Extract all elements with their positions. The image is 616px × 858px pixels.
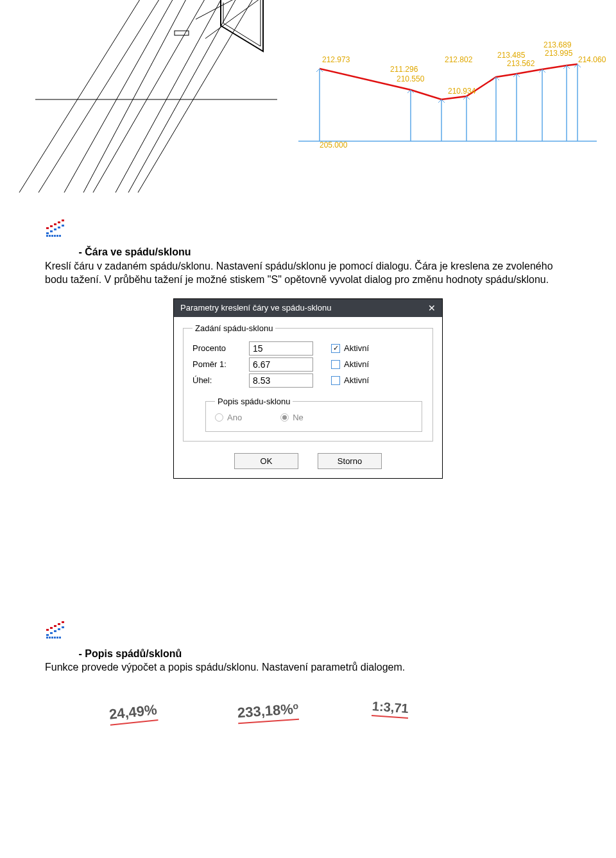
svg-rect-43 bbox=[51, 637, 53, 639]
reference-label: 205.000 bbox=[320, 141, 348, 150]
svg-rect-27 bbox=[51, 235, 53, 237]
section-icon-2 bbox=[45, 620, 571, 642]
section2-heading: - Popis spádů/sklonů bbox=[78, 648, 182, 659]
checkbox-pomer[interactable] bbox=[331, 360, 340, 369]
elevation-label: 212.973 bbox=[322, 55, 350, 64]
svg-line-0 bbox=[19, 0, 148, 193]
fieldset-zadani: Zadání spádu-sklonu Procento 15 ✓ Aktivn… bbox=[183, 323, 433, 442]
elevation-label: 214.060 bbox=[578, 55, 606, 64]
slope-annotation-examples: 24,49% 233,18%o 1:3,71 bbox=[45, 687, 571, 739]
checkbox-procento[interactable]: ✓ bbox=[331, 344, 340, 353]
svg-line-3 bbox=[83, 0, 193, 193]
slope-label-ratio: 1:3,71 bbox=[372, 699, 409, 716]
svg-rect-42 bbox=[49, 637, 51, 639]
svg-line-1 bbox=[38, 0, 167, 193]
svg-line-5 bbox=[116, 0, 228, 193]
active-label-0: Aktivní bbox=[344, 343, 369, 353]
svg-rect-50 bbox=[58, 628, 60, 630]
svg-rect-47 bbox=[46, 634, 49, 636]
section1-text: Kreslí čáru v zadaném spádu/sklonu. Nast… bbox=[45, 261, 553, 286]
row-procento: Procento 15 ✓ Aktivní bbox=[193, 341, 424, 356]
elevation-label: 213.485 bbox=[497, 51, 526, 60]
row-pomer: Poměr 1: 6.67 Aktivní bbox=[193, 357, 424, 372]
cross-section-figure: 205.000 bbox=[0, 0, 616, 193]
svg-rect-31 bbox=[46, 232, 49, 234]
inner-fieldset-label: Popis spádu-sklonu bbox=[215, 397, 293, 406]
svg-rect-26 bbox=[49, 235, 51, 237]
elevation-label: 213.562 bbox=[507, 59, 535, 68]
svg-rect-35 bbox=[62, 225, 64, 227]
close-icon[interactable]: ✕ bbox=[428, 303, 436, 313]
section1-paragraph: - Čára ve spádu/sklonu Kreslí čáru v zad… bbox=[45, 245, 571, 287]
svg-rect-8 bbox=[175, 31, 189, 35]
section1-heading: - Čára ve spádu/sklonu bbox=[78, 246, 191, 257]
svg-rect-33 bbox=[54, 228, 56, 230]
radio-ne[interactable]: Ne bbox=[280, 413, 304, 422]
svg-rect-38 bbox=[54, 625, 56, 627]
row-uhel: Úhel: 8.53 Aktivní bbox=[193, 373, 424, 388]
svg-rect-41 bbox=[46, 637, 48, 639]
svg-rect-36 bbox=[46, 629, 49, 631]
elevation-label: 211.296 bbox=[390, 65, 418, 74]
active-label-1: Aktivní bbox=[344, 359, 369, 369]
elevation-label: 213.995 bbox=[545, 49, 573, 58]
input-uhel[interactable]: 8.53 bbox=[249, 373, 313, 388]
fieldset-label: Zadání spádu-sklonu bbox=[193, 323, 275, 333]
input-pomer[interactable]: 6.67 bbox=[249, 357, 313, 372]
fieldset-popis: Popis spádu-sklonu Ano Ne bbox=[205, 397, 422, 432]
svg-rect-20 bbox=[46, 227, 49, 229]
dialog-titlebar[interactable]: Parametry kreslení čáry ve spádu-sklonu … bbox=[174, 299, 442, 317]
label-uhel: Úhel: bbox=[193, 375, 244, 385]
svg-rect-24 bbox=[62, 219, 64, 221]
section-popis-spadu: - Popis spádů/sklonů Funkce provede výpo… bbox=[0, 620, 616, 674]
svg-rect-22 bbox=[54, 223, 56, 225]
active-label-2: Aktivní bbox=[344, 375, 369, 385]
svg-rect-48 bbox=[50, 632, 53, 634]
cross-section-svg: 205.000 bbox=[0, 0, 616, 193]
svg-rect-49 bbox=[54, 630, 56, 632]
label-procento: Procento bbox=[193, 343, 244, 353]
section-icon bbox=[45, 218, 571, 240]
slope-parameters-dialog: Parametry kreslení čáry ve spádu-sklonu … bbox=[173, 298, 443, 479]
elevation-label: 210.550 bbox=[397, 74, 425, 83]
elevation-label: 210.934 bbox=[448, 87, 476, 96]
dialog-title-text: Parametry kreslení čáry ve spádu-sklonu bbox=[180, 303, 332, 313]
svg-rect-21 bbox=[50, 225, 53, 227]
svg-rect-44 bbox=[54, 637, 56, 639]
svg-line-2 bbox=[64, 0, 180, 193]
svg-line-4 bbox=[93, 0, 212, 193]
section2-paragraph: - Popis spádů/sklonů Funkce provede výpo… bbox=[45, 647, 571, 674]
section-cara-ve-spadu: - Čára ve spádu/sklonu Kreslí čáru v zad… bbox=[0, 218, 616, 479]
svg-rect-34 bbox=[58, 227, 60, 228]
slope-label-percent: 24,49% bbox=[108, 701, 158, 723]
section2-text: Funkce provede výpočet a popis spádu/skl… bbox=[45, 662, 405, 673]
checkbox-uhel[interactable] bbox=[331, 376, 340, 385]
svg-rect-25 bbox=[46, 235, 48, 237]
svg-rect-45 bbox=[56, 637, 58, 639]
cancel-button[interactable]: Storno bbox=[318, 453, 382, 469]
svg-rect-51 bbox=[62, 626, 64, 628]
svg-rect-29 bbox=[56, 235, 58, 237]
svg-rect-32 bbox=[50, 230, 53, 232]
slope-label-permille: 233,18%o bbox=[237, 701, 299, 722]
svg-rect-37 bbox=[50, 627, 53, 629]
radio-ano[interactable]: Ano bbox=[215, 413, 242, 422]
svg-rect-23 bbox=[58, 221, 60, 223]
svg-rect-30 bbox=[59, 235, 61, 237]
svg-rect-39 bbox=[58, 623, 60, 625]
ok-button[interactable]: OK bbox=[234, 453, 298, 469]
label-pomer: Poměr 1: bbox=[193, 359, 244, 369]
svg-rect-46 bbox=[59, 637, 61, 639]
svg-rect-40 bbox=[62, 621, 64, 623]
elevation-label: 213.689 bbox=[543, 40, 572, 49]
elevation-label: 212.802 bbox=[445, 55, 473, 64]
svg-rect-28 bbox=[54, 235, 56, 237]
input-procento[interactable]: 15 bbox=[249, 341, 313, 356]
